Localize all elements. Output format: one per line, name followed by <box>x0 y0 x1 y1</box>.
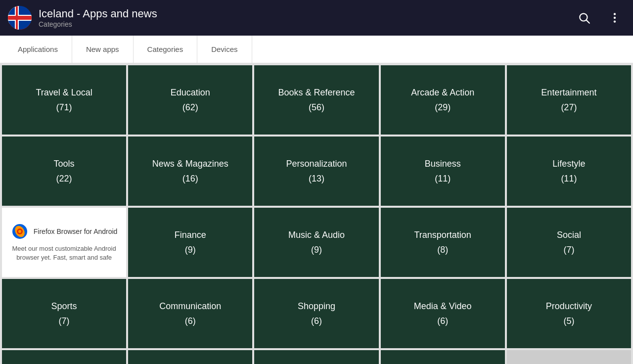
svg-point-7 <box>614 13 616 15</box>
nav-new-apps[interactable]: New apps <box>72 36 134 63</box>
category-card[interactable]: Music & Audio(9) <box>254 208 378 277</box>
partial-bottom-row <box>0 350 633 364</box>
ad-description: Meet our most customizable Android brows… <box>10 244 118 262</box>
category-name: Music & Audio <box>288 229 345 241</box>
ad-header: Firefox Browser for Android <box>11 223 118 240</box>
category-count: (9) <box>185 245 196 255</box>
category-card[interactable]: Business(11) <box>381 136 505 206</box>
category-name: Shopping <box>298 301 335 312</box>
category-card[interactable]: Personalization(13) <box>254 136 378 206</box>
category-count: (22) <box>56 174 72 184</box>
category-card[interactable]: Entertainment(27) <box>507 65 631 135</box>
category-card[interactable]: Books & Reference(56) <box>254 65 378 135</box>
more-vert-icon <box>608 11 621 24</box>
category-card[interactable]: Productivity(5) <box>507 279 631 348</box>
category-name: Communication <box>159 301 221 312</box>
category-card[interactable]: Communication(6) <box>128 279 252 348</box>
header-title: Iceland - Apps and news Categories <box>39 7 157 28</box>
category-count: (62) <box>182 102 198 113</box>
category-count: (6) <box>437 316 448 326</box>
category-count: (6) <box>311 316 322 326</box>
category-count: (7) <box>59 316 70 326</box>
category-name: Lifestyle <box>552 158 585 170</box>
category-card[interactable]: Shopping(6) <box>254 279 378 348</box>
category-count: (11) <box>561 174 577 184</box>
partial-card-2 <box>128 350 252 364</box>
partial-card-3 <box>254 350 378 364</box>
category-card[interactable]: Lifestyle(11) <box>507 136 631 206</box>
ad-app-name: Firefox Browser for Android <box>34 228 118 235</box>
category-count: (11) <box>435 174 451 184</box>
category-name: Travel & Local <box>36 87 92 98</box>
category-card[interactable]: Tools(22) <box>2 136 126 206</box>
category-count: (9) <box>311 245 322 255</box>
category-card[interactable]: Media & Video(6) <box>381 279 505 348</box>
search-button[interactable] <box>574 7 594 28</box>
category-card[interactable]: Finance(9) <box>128 208 252 277</box>
navbar: Applications New apps Categories Devices <box>0 36 633 63</box>
category-name: Transportation <box>414 229 471 241</box>
category-name: Education <box>171 87 210 98</box>
category-count: (56) <box>309 102 324 113</box>
header-actions <box>574 7 625 28</box>
category-count: (6) <box>185 316 196 326</box>
category-name: Sports <box>51 301 77 312</box>
category-name: Entertainment <box>541 87 596 98</box>
category-count: (13) <box>309 174 324 184</box>
category-card[interactable]: Sports(7) <box>2 279 126 348</box>
category-name: Social <box>557 229 581 241</box>
partial-card-4 <box>381 350 505 364</box>
firefox-icon <box>11 223 29 240</box>
category-count: (71) <box>56 102 72 113</box>
app-subtitle: Categories <box>39 20 157 28</box>
category-count: (27) <box>561 102 577 113</box>
category-card[interactable]: Social(7) <box>507 208 631 277</box>
svg-point-13 <box>18 230 21 233</box>
category-name: Finance <box>175 229 206 241</box>
nav-devices[interactable]: Devices <box>197 36 252 63</box>
svg-point-8 <box>614 17 616 19</box>
category-name: News & Magazines <box>152 158 228 170</box>
partial-card-5 <box>507 350 631 364</box>
category-name: Personalization <box>286 158 347 170</box>
app-logo <box>8 6 32 30</box>
svg-rect-3 <box>8 16 32 20</box>
category-card[interactable]: Arcade & Action(29) <box>381 65 505 135</box>
app-header: Iceland - Apps and news Categories <box>0 0 633 36</box>
category-card[interactable]: Travel & Local(71) <box>2 65 126 135</box>
nav-categories[interactable]: Categories <box>134 36 198 63</box>
svg-point-9 <box>614 20 616 22</box>
category-count: (7) <box>563 245 574 255</box>
category-card[interactable]: Education(62) <box>128 65 252 135</box>
more-options-button[interactable] <box>604 7 625 28</box>
app-title: Iceland - Apps and news <box>39 7 157 20</box>
ad-card[interactable]: Firefox Browser for Android Meet our mos… <box>2 208 126 277</box>
svg-line-6 <box>587 20 589 23</box>
category-name: Productivity <box>546 301 592 312</box>
category-count: (8) <box>437 245 448 255</box>
category-count: (16) <box>182 174 198 184</box>
category-name: Arcade & Action <box>411 87 474 98</box>
category-count: (5) <box>563 316 574 326</box>
category-card[interactable]: News & Magazines(16) <box>128 136 252 206</box>
category-count: (29) <box>435 102 451 113</box>
category-name: Books & Reference <box>278 87 355 98</box>
svg-rect-4 <box>16 6 18 30</box>
category-name: Business <box>425 158 461 170</box>
search-icon <box>578 11 590 24</box>
partial-card-1 <box>2 350 126 364</box>
header-left: Iceland - Apps and news Categories <box>8 6 157 30</box>
category-name: Media & Video <box>414 301 472 312</box>
category-grid: Travel & Local(71)Education(62)Books & R… <box>0 63 633 350</box>
category-card[interactable]: Transportation(8) <box>381 208 505 277</box>
nav-applications[interactable]: Applications <box>4 36 72 63</box>
category-name: Tools <box>54 158 75 170</box>
